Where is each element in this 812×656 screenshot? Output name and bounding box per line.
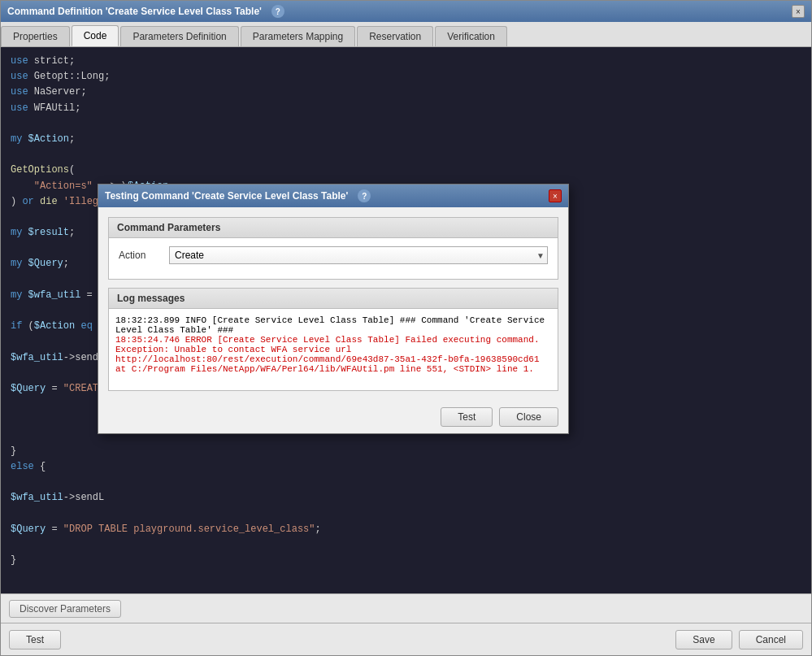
- action-label: Action: [119, 250, 159, 261]
- log-messages-header: Log messages: [109, 289, 558, 309]
- modal-title-label: Testing Command 'Create Service Level Cl…: [105, 190, 348, 202]
- modal-help-icon[interactable]: ?: [358, 189, 371, 202]
- modal-title-bar: Testing Command 'Create Service Level Cl…: [98, 185, 568, 207]
- close-window-button[interactable]: ×: [792, 5, 805, 18]
- log-line-error: 18:35:24.746 ERROR [Create Service Level…: [115, 335, 551, 374]
- action-select-wrapper: Create Delete Update ▼: [169, 246, 548, 264]
- modal-close-action-button[interactable]: Close: [499, 407, 558, 427]
- window-title: Command Definition 'Create Service Level…: [7, 6, 262, 17]
- modal-close-button[interactable]: ×: [549, 189, 562, 202]
- log-line-info: 18:32:23.899 INFO [Create Service Level …: [115, 315, 551, 335]
- command-parameters-header: Command Parameters: [109, 218, 558, 238]
- command-parameters-section: Command Parameters Action Create Delete …: [108, 217, 558, 280]
- title-help-icon[interactable]: ?: [271, 5, 284, 18]
- modal-overlay: Testing Command 'Create Service Level Cl…: [0, 21, 812, 656]
- modal-footer: Test Close: [98, 401, 568, 433]
- modal-content: Command Parameters Action Create Delete …: [98, 207, 568, 401]
- modal-title-text: Testing Command 'Create Service Level Cl…: [105, 189, 371, 202]
- testing-modal: Testing Command 'Create Service Level Cl…: [98, 184, 569, 434]
- log-messages-section: Log messages 18:32:23.899 INFO [Create S…: [108, 288, 558, 391]
- action-field-row: Action Create Delete Update ▼: [119, 246, 548, 264]
- action-select[interactable]: Create Delete Update: [169, 246, 548, 264]
- modal-test-button[interactable]: Test: [441, 407, 493, 427]
- title-bar-controls: ×: [792, 5, 805, 18]
- title-bar: Command Definition 'Create Service Level…: [1, 1, 811, 22]
- log-messages-body: 18:32:23.899 INFO [Create Service Level …: [109, 309, 558, 390]
- command-parameters-body: Action Create Delete Update ▼: [109, 238, 558, 279]
